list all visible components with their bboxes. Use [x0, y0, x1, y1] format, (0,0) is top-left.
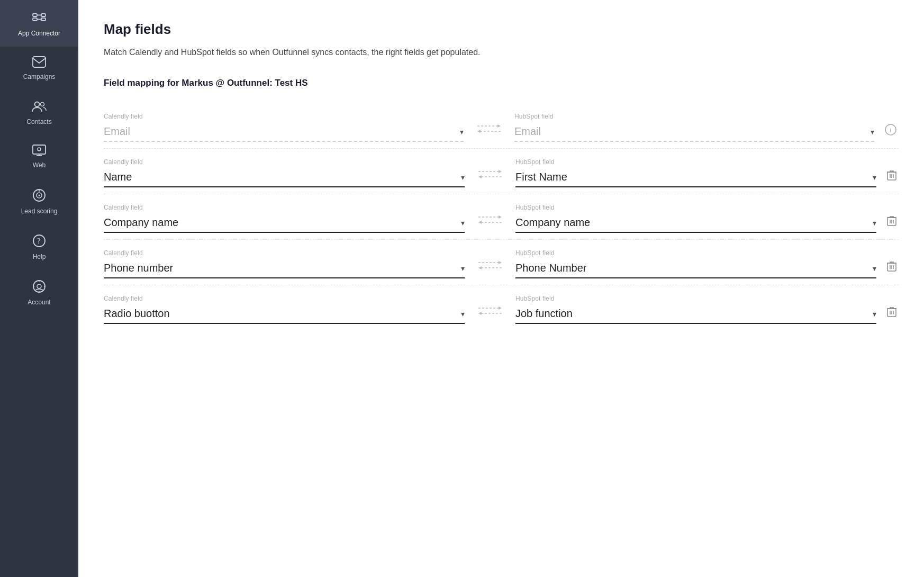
calendly-field-label-4: Calendly field	[104, 295, 465, 302]
hubspot-field-select-4[interactable]: Job function ▾	[515, 305, 876, 324]
table-row: Calendly field Name ▾ HubSpot field Firs…	[104, 149, 899, 194]
hubspot-field-select-0[interactable]: Email ▾	[514, 123, 874, 142]
calendly-field-group-0: Calendly field Email ▾	[104, 113, 464, 142]
svg-point-20	[37, 284, 41, 288]
sidebar-item-help[interactable]: ? Help	[0, 224, 78, 270]
svg-marker-59	[499, 306, 502, 310]
svg-marker-43	[478, 221, 482, 224]
calendly-field-select-3[interactable]: Phone number ▾	[104, 260, 465, 278]
svg-rect-0	[33, 14, 37, 16]
calendly-dropdown-arrow-4: ▾	[461, 310, 465, 318]
arrow-connector-4	[465, 303, 515, 324]
table-row: Calendly field Radio buotton ▾ HubSpot f…	[104, 285, 899, 330]
svg-point-8	[41, 102, 44, 106]
table-row: Calendly field Email ▾ HubSpot field Ema…	[104, 103, 899, 149]
hubspot-field-value-1: First Name	[515, 171, 567, 183]
calendly-field-label-1: Calendly field	[104, 158, 465, 166]
delete-button-1[interactable]	[885, 168, 899, 182]
hubspot-dropdown-arrow-1: ▾	[873, 173, 876, 182]
svg-point-7	[35, 102, 40, 106]
svg-text:i: i	[890, 127, 892, 134]
calendly-dropdown-arrow-0: ▾	[460, 128, 464, 136]
svg-rect-6	[33, 57, 46, 67]
sidebar-item-web-label: Web	[33, 161, 46, 169]
row-action-3	[876, 259, 899, 278]
calendly-field-value-1: Name	[104, 171, 132, 183]
svg-marker-26	[497, 124, 501, 128]
sidebar-item-web[interactable]: Web	[0, 135, 78, 178]
hubspot-field-group-3: HubSpot field Phone Number ▾	[515, 249, 876, 278]
table-row: Calendly field Phone number ▾ HubSpot fi…	[104, 240, 899, 285]
sidebar-item-campaigns[interactable]: Campaigns	[0, 47, 78, 90]
calendly-field-value-2: Company name	[104, 217, 178, 229]
svg-marker-32	[499, 170, 502, 173]
hubspot-field-label-1: HubSpot field	[515, 158, 876, 166]
hubspot-dropdown-arrow-4: ▾	[873, 310, 876, 318]
sidebar-item-contacts[interactable]: Contacts	[0, 91, 78, 135]
hubspot-dropdown-arrow-3: ▾	[873, 264, 876, 273]
hubspot-field-select-1[interactable]: First Name ▾	[515, 169, 876, 187]
sidebar-item-app-connector[interactable]: App Connector	[0, 0, 78, 47]
svg-point-15	[39, 194, 40, 196]
svg-point-10	[38, 148, 41, 151]
table-row: Calendly field Company name ▾ HubSpot fi…	[104, 194, 899, 240]
svg-marker-41	[499, 215, 502, 219]
calendly-field-group-3: Calendly field Phone number ▾	[104, 249, 465, 278]
calendly-dropdown-arrow-3: ▾	[461, 264, 465, 273]
calendly-field-select-0[interactable]: Email ▾	[104, 123, 464, 142]
svg-marker-61	[478, 312, 482, 315]
svg-rect-3	[41, 18, 46, 21]
svg-marker-28	[477, 130, 481, 133]
app-connector-icon	[32, 10, 47, 26]
hubspot-field-select-2[interactable]: Company name ▾	[515, 214, 876, 233]
delete-button-2[interactable]	[885, 214, 899, 228]
svg-marker-34	[478, 175, 482, 178]
svg-rect-2	[33, 18, 37, 21]
calendly-field-group-2: Calendly field Company name ▾	[104, 204, 465, 233]
calendly-dropdown-arrow-2: ▾	[461, 219, 465, 227]
calendly-field-select-2[interactable]: Company name ▾	[104, 214, 465, 233]
row-action-1	[876, 168, 899, 187]
sidebar-item-campaigns-label: Campaigns	[23, 73, 56, 80]
delete-button-4[interactable]	[885, 305, 899, 319]
hubspot-dropdown-arrow-0: ▾	[871, 128, 874, 136]
svg-text:?: ?	[37, 237, 40, 245]
info-button-0[interactable]: i	[883, 123, 899, 137]
arrow-connector-3	[465, 257, 515, 278]
web-icon	[32, 145, 46, 158]
arrow-connector-1	[465, 166, 515, 187]
hubspot-field-label-0: HubSpot field	[514, 113, 874, 120]
calendly-field-select-4[interactable]: Radio buotton ▾	[104, 305, 465, 324]
hubspot-field-group-0: HubSpot field Email ▾	[514, 113, 874, 142]
sidebar-item-lead-scoring[interactable]: Lead scoring	[0, 179, 78, 224]
svg-rect-1	[41, 14, 46, 16]
hubspot-field-label-4: HubSpot field	[515, 295, 876, 302]
lead-scoring-icon	[32, 188, 46, 204]
delete-button-3[interactable]	[885, 259, 899, 273]
sidebar-item-account[interactable]: Account	[0, 270, 78, 315]
hubspot-field-group-4: HubSpot field Job function ▾	[515, 295, 876, 324]
calendly-field-select-1[interactable]: Name ▾	[104, 169, 465, 187]
sidebar-item-help-label: Help	[33, 253, 46, 260]
main-content: Map fields Match Calendly and HubSpot fi…	[78, 0, 924, 577]
page-title: Map fields	[104, 21, 899, 38]
calendly-field-value-4: Radio buotton	[104, 308, 170, 320]
svg-marker-50	[499, 261, 502, 264]
page-description: Match Calendly and HubSpot fields so whe…	[104, 46, 899, 59]
sidebar-item-app-connector-label: App Connector	[18, 30, 60, 37]
hubspot-field-label-3: HubSpot field	[515, 249, 876, 257]
account-icon	[32, 280, 46, 295]
calendly-field-label-3: Calendly field	[104, 249, 465, 257]
row-action-0: i	[874, 123, 899, 142]
hubspot-field-group-2: HubSpot field Company name ▾	[515, 204, 876, 233]
row-action-4	[876, 305, 899, 324]
field-mapping-container: Calendly field Email ▾ HubSpot field Ema…	[104, 103, 899, 330]
calendly-field-label-2: Calendly field	[104, 204, 465, 211]
section-title: Field mapping for Markus @ Outfunnel: Te…	[104, 78, 899, 88]
calendly-field-value-0: Email	[104, 125, 130, 138]
sidebar-item-contacts-label: Contacts	[26, 118, 51, 125]
hubspot-field-select-3[interactable]: Phone Number ▾	[515, 260, 876, 278]
calendly-field-label-0: Calendly field	[104, 113, 464, 120]
sidebar-item-account-label: Account	[28, 299, 50, 306]
help-icon: ?	[32, 234, 46, 250]
